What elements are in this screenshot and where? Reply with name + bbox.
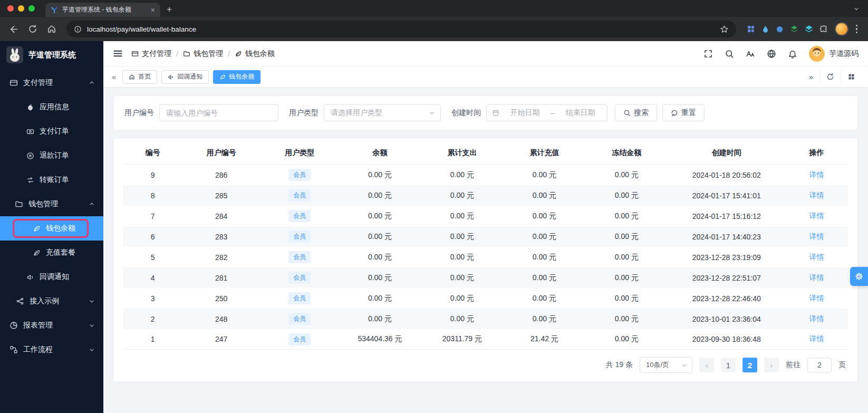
sidebar-menu: 支付管理 应用信息 支付订单 R 退款订单 转账订单	[0, 69, 103, 413]
home-button[interactable]	[43, 21, 60, 37]
back-button[interactable]	[5, 21, 22, 37]
user-type-badge: 会员	[288, 189, 311, 201]
breadcrumb-item-payment[interactable]: 支付管理	[131, 49, 171, 59]
sidebar-item-payment-management[interactable]: 支付管理	[0, 71, 103, 95]
page-button-2[interactable]: 2	[742, 358, 757, 372]
user-type-select[interactable]: 请选择用户类型	[324, 104, 441, 121]
sidebar-item-workflow[interactable]: 工作流程	[0, 338, 103, 362]
app-logo-row[interactable]: 芋道管理系统	[0, 41, 103, 69]
user-type-badge: 会员	[288, 313, 311, 325]
date-start-placeholder: 开始日期	[504, 108, 546, 118]
page-size-select[interactable]: 10条/页	[640, 357, 692, 373]
user-menu[interactable]: 芋道源码	[809, 46, 859, 62]
search-button[interactable]	[725, 49, 734, 59]
refund-icon: R	[26, 152, 34, 160]
tab-home[interactable]: 首页	[122, 70, 157, 84]
sidebar-item-refund-orders[interactable]: R 退款订单	[0, 143, 103, 168]
detail-link[interactable]: 详情	[809, 212, 824, 220]
browser-menu-button[interactable]	[851, 22, 863, 37]
sidebar-item-integration-demo[interactable]: 接入示例	[0, 289, 103, 313]
address-bar[interactable]: localhost/pay/wallet/wallet-balance	[66, 21, 736, 37]
extension-icon[interactable]	[805, 25, 813, 33]
cell-id: 6	[123, 233, 182, 241]
app-logo	[6, 46, 23, 63]
detail-link[interactable]: 详情	[809, 170, 824, 179]
sidebar-item-recharge-package[interactable]: 充值套餐	[0, 241, 103, 265]
detail-link[interactable]: 详情	[809, 294, 824, 302]
sidebar-item-payment-orders[interactable]: 支付订单	[0, 119, 103, 143]
tab-wallet-balance[interactable]: 钱包余额	[213, 70, 261, 84]
reset-button[interactable]: 重置	[662, 104, 705, 121]
zoom-window-button[interactable]	[28, 5, 35, 12]
next-page-button[interactable]: ›	[764, 358, 779, 372]
settings-drawer-button[interactable]	[850, 267, 868, 286]
browser-profile-avatar[interactable]	[835, 22, 848, 36]
goto-page-input[interactable]	[807, 358, 832, 372]
page-button-1[interactable]: 1	[721, 358, 736, 372]
fullscreen-button[interactable]	[703, 49, 713, 59]
table-row: 2 248 会员 0.00 元 0.00 元 0.00 元 0.00 元 202…	[123, 309, 848, 329]
sidebar-item-callback-notice[interactable]: 回调通知	[0, 265, 103, 289]
tabs-refresh-button[interactable]	[819, 70, 841, 84]
tab-search-button[interactable]	[851, 4, 862, 14]
date-range-picker[interactable]: 开始日期 – 结束日期	[486, 104, 607, 121]
cell-expense: 0.00 元	[421, 212, 503, 221]
minimize-window-button[interactable]	[18, 5, 24, 12]
browser-tab[interactable]: 芋道管理系统 - 钱包余额 ×	[45, 3, 160, 17]
workflow-icon	[9, 345, 18, 354]
breadcrumb-item-wallet[interactable]: 钱包管理	[183, 49, 223, 59]
sidebar-toggle-button[interactable]	[113, 49, 123, 59]
sidebar-item-transfer-orders[interactable]: 转账订单	[0, 168, 103, 192]
cell-expense: 0.00 元	[421, 232, 503, 242]
prev-page-button[interactable]: ‹	[699, 358, 714, 372]
cell-user-type: 会员	[261, 292, 339, 304]
sidebar: 芋道管理系统 支付管理 应用信息 支付订单 R	[0, 41, 103, 413]
detail-link[interactable]: 详情	[809, 334, 824, 343]
cell-created: 2024-01-17 15:41:01	[668, 191, 785, 200]
cell-created: 2024-01-18 20:56:02	[668, 171, 785, 179]
cell-action: 详情	[785, 253, 848, 262]
extension-icon[interactable]	[761, 25, 769, 33]
cell-frozen: 0.00 元	[585, 212, 668, 221]
tabs-scroll-left-button[interactable]: «	[110, 72, 118, 81]
search-icon	[623, 109, 631, 117]
breadcrumb-item-wallet-balance[interactable]: 钱包余额	[235, 49, 275, 59]
cell-created: 2023-09-30 18:36:48	[668, 335, 785, 343]
cell-recharge: 0.00 元	[503, 273, 585, 283]
main-area: 支付管理 / 钱包管理 / 钱包余额	[103, 41, 868, 413]
close-window-button[interactable]	[7, 5, 14, 12]
sidebar-item-wallet-management[interactable]: 钱包管理	[0, 192, 103, 216]
sidebar-item-wallet-balance[interactable]: 钱包余额	[0, 216, 103, 241]
page-header: 支付管理 / 钱包管理 / 钱包余额	[103, 41, 868, 66]
notification-button[interactable]	[788, 49, 797, 59]
new-tab-button[interactable]: +	[167, 4, 172, 15]
transfer-icon	[26, 176, 34, 184]
tabs-layout-button[interactable]	[841, 70, 862, 84]
detail-link[interactable]: 详情	[809, 273, 824, 282]
sidebar-item-report-management[interactable]: 报表管理	[0, 313, 103, 338]
tabs-scroll-right-button[interactable]: »	[803, 70, 819, 84]
search-button[interactable]: 搜索	[615, 104, 657, 121]
extensions-puzzle-icon[interactable]	[819, 25, 828, 34]
sidebar-item-app-info[interactable]: 应用信息	[0, 95, 103, 119]
site-info-icon[interactable]	[74, 25, 82, 33]
tab-close-icon[interactable]: ×	[151, 6, 155, 14]
cell-user-type: 会员	[261, 333, 339, 345]
cell-recharge: 0.00 元	[503, 170, 585, 180]
extension-icon[interactable]	[776, 25, 784, 33]
tab-callback-notice[interactable]: 回调通知	[161, 70, 209, 84]
extension-icon[interactable]	[790, 25, 798, 33]
bookmark-star-icon[interactable]	[720, 25, 729, 34]
cell-frozen: 0.00 元	[585, 232, 668, 242]
detail-link[interactable]: 详情	[809, 232, 824, 241]
reload-button[interactable]	[24, 21, 41, 37]
font-size-button[interactable]	[746, 49, 755, 59]
language-button[interactable]	[767, 49, 776, 59]
user-id-input[interactable]	[159, 104, 278, 121]
cell-action: 详情	[785, 273, 848, 283]
column-header: 用户编号	[182, 148, 261, 158]
detail-link[interactable]: 详情	[809, 253, 824, 261]
detail-link[interactable]: 详情	[809, 314, 824, 323]
detail-link[interactable]: 详情	[809, 191, 824, 199]
extension-icon[interactable]	[747, 25, 755, 33]
